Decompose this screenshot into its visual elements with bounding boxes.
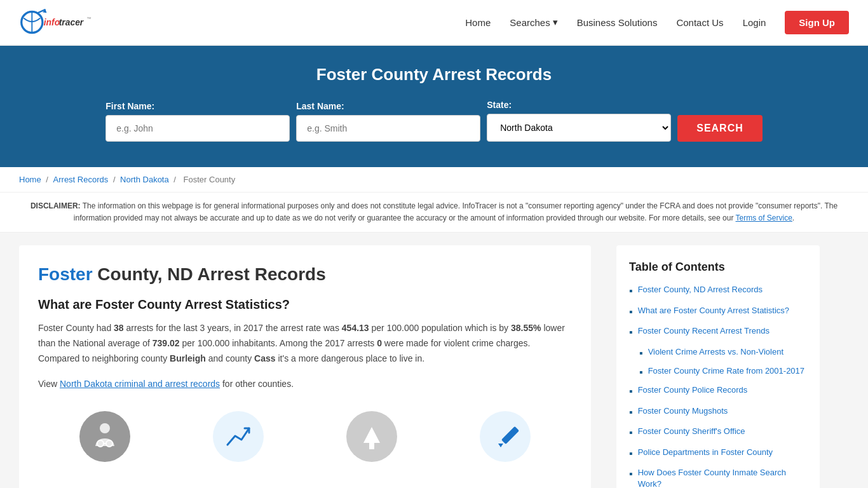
toc-link[interactable]: Foster County Recent Arrest Trends — [638, 325, 770, 337]
icon-item-1 — [38, 411, 172, 462]
search-button[interactable]: SEARCH — [677, 115, 763, 142]
p1-text5: per 100.000 inhabitants. Among the 2017 … — [180, 338, 377, 348]
section1-paragraph1: Foster County had 38 arrests for the las… — [38, 321, 572, 366]
toc-link[interactable]: Foster County, ND Arrest Records — [638, 284, 763, 295]
toc-sub-item: ▪Foster County Crime Rate from 2001-2017 — [639, 365, 807, 379]
header: info tracer ™ Home Searches ▾ Business S… — [0, 0, 868, 46]
first-name-label: First Name: — [105, 101, 290, 111]
up-arrow-icon — [346, 411, 397, 462]
disclaimer-period: . — [792, 214, 794, 222]
toc-bullet: ▪ — [629, 305, 633, 319]
svg-rect-12 — [369, 443, 374, 449]
breadcrumb-foster-county: Foster County — [184, 175, 236, 184]
nav-business-solutions[interactable]: Business Solutions — [577, 17, 658, 28]
svg-marker-14 — [498, 444, 503, 447]
content-title: Foster County, ND Arrest Records — [38, 264, 572, 285]
toc-link[interactable]: Foster County Police Records — [638, 384, 748, 396]
toc-link[interactable]: Foster County Sheriff's Office — [638, 426, 745, 437]
toc-link[interactable]: Foster County Mugshots — [638, 405, 728, 417]
last-name-label: Last Name: — [296, 101, 480, 111]
search-form: First Name: Last Name: State: AlabamaAla… — [13, 100, 855, 142]
svg-marker-11 — [363, 427, 380, 443]
toc-sub-item: ▪Violent Crime Arrests vs. Non-Violent — [639, 346, 807, 360]
hero-title: Foster County Arrest Records — [13, 65, 855, 85]
toc-item: ▪Foster County Police Records — [629, 384, 807, 398]
section1-paragraph2: View North Dakota criminal and arrest re… — [38, 377, 572, 392]
toc-link[interactable]: What are Foster County Arrest Statistics… — [638, 305, 789, 316]
toc-list: ▪Foster County, ND Arrest Records▪What a… — [629, 284, 807, 488]
toc-sub-link[interactable]: Foster County Crime Rate from 2001-2017 — [648, 365, 804, 377]
disclaimer-text: The information on this webpage is for g… — [74, 201, 837, 222]
first-name-group: First Name: — [105, 101, 290, 142]
trend-up-icon — [213, 411, 264, 462]
toc-heading: Table of Contents — [629, 261, 807, 274]
p2-prefix: View — [38, 379, 60, 389]
state-label: State: — [487, 100, 671, 110]
icon-item-3 — [305, 411, 438, 462]
toc-bullet: ▪ — [629, 384, 633, 398]
svg-text:info: info — [44, 17, 60, 27]
svg-text:tracer: tracer — [59, 17, 85, 27]
nav-searches[interactable]: Searches ▾ — [510, 17, 557, 28]
logo: info tracer ™ — [19, 6, 95, 38]
content-title-rest: County, ND Arrest Records — [93, 264, 326, 284]
p1-pct: 38.55% — [511, 323, 541, 333]
nav-contact-us[interactable]: Contact Us — [676, 17, 723, 28]
toc-bullet: ▪ — [629, 447, 633, 461]
p1-national-avg: 739.02 — [153, 338, 180, 348]
breadcrumb-sep1: / — [46, 175, 50, 184]
p1-num-arrests: 38 — [114, 323, 124, 333]
signup-button[interactable]: Sign Up — [785, 11, 849, 34]
content-area: Foster County, ND Arrest Records What ar… — [19, 245, 591, 488]
nav-home[interactable]: Home — [465, 17, 491, 28]
toc-sub-bullet: ▪ — [639, 365, 643, 379]
p2-suffix: for other counties. — [220, 379, 294, 389]
state-select[interactable]: AlabamaAlaskaArizonaArkansasCaliforniaCo… — [487, 114, 671, 142]
p1-cass: Cass — [254, 353, 275, 363]
p1-rate: 454.13 — [342, 323, 369, 333]
main-layout: Foster County, ND Arrest Records What ar… — [0, 233, 868, 488]
login-button[interactable]: Login — [743, 17, 766, 28]
breadcrumb-north-dakota[interactable]: North Dakota — [120, 175, 169, 184]
last-name-group: Last Name: — [296, 101, 480, 142]
breadcrumb-home[interactable]: Home — [19, 175, 41, 184]
svg-text:™: ™ — [86, 16, 91, 22]
toc-item: ▪What are Foster County Arrest Statistic… — [629, 305, 807, 319]
disclaimer-bar: DISCLAIMER: The information on this webp… — [0, 193, 868, 233]
svg-rect-13 — [501, 426, 519, 444]
toc-sub-bullet: ▪ — [639, 346, 643, 360]
p1-violent: 0 — [377, 338, 382, 348]
section1-heading: What are Foster County Arrest Statistics… — [38, 297, 572, 312]
toc-link[interactable]: Police Departments in Foster County — [638, 447, 773, 458]
toc-item: ▪Foster County, ND Arrest Records — [629, 284, 807, 298]
icon-item-4 — [438, 411, 572, 462]
last-name-input[interactable] — [296, 115, 480, 142]
toc-item: ▪Foster County Mugshots — [629, 405, 807, 419]
toc-bullet: ▪ — [629, 467, 633, 481]
toc-link[interactable]: How Does Foster County Inmate Search Wor… — [638, 467, 807, 488]
hero-section: Foster County Arrest Records First Name:… — [0, 46, 868, 167]
breadcrumb-sep2: / — [113, 175, 118, 184]
toc-bullet: ▪ — [629, 426, 633, 440]
arrest-icon — [79, 411, 130, 462]
p1-text3: per 100.000 population which is by — [369, 323, 511, 333]
pencil-icon — [480, 411, 531, 462]
toc-item: ▪How Does Foster County Inmate Search Wo… — [629, 467, 807, 488]
breadcrumb-sep3: / — [173, 175, 178, 184]
content-title-blue: Foster — [38, 264, 93, 284]
icon-row — [38, 405, 572, 462]
p1-text2: arrests for the last 3 years, in 2017 th… — [124, 323, 342, 333]
state-group: State: AlabamaAlaskaArizonaArkansasCalif… — [487, 100, 671, 142]
sidebar-toc: Table of Contents ▪Foster County, ND Arr… — [616, 245, 820, 488]
toc-sub-link[interactable]: Violent Crime Arrests vs. Non-Violent — [648, 346, 783, 358]
toc-item: ▪Foster County Recent Arrest Trends — [629, 325, 807, 339]
toc-item: ▪Police Departments in Foster County — [629, 447, 807, 461]
p1-text7: and county — [206, 353, 254, 363]
breadcrumb-arrest-records[interactable]: Arrest Records — [53, 175, 109, 184]
nd-criminal-records-link[interactable]: North Dakota criminal and arrest records — [60, 379, 220, 389]
toc-bullet: ▪ — [629, 405, 633, 419]
toc-item: ▪Foster County Sheriff's Office — [629, 426, 807, 440]
first-name-input[interactable] — [105, 115, 290, 142]
toc-bullet: ▪ — [629, 284, 633, 298]
tos-link[interactable]: Terms of Service — [736, 214, 792, 222]
